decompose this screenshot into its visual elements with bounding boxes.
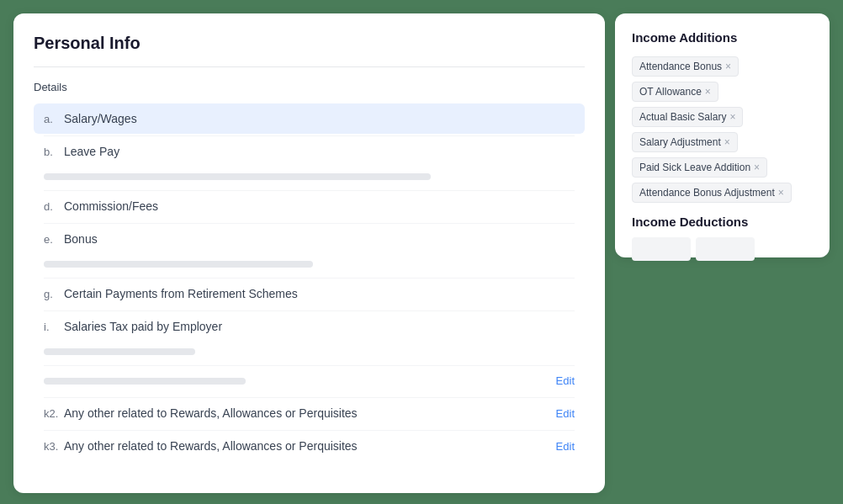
deduction-tags-container <box>632 237 813 261</box>
item-text: Commission/Fees <box>64 199 158 213</box>
list-item-left: k3. Any other related to Rewards, Allowa… <box>44 439 358 453</box>
item-text: Any other related to Rewards, Allowances… <box>64 439 358 453</box>
item-prefix: i. <box>44 321 64 333</box>
tag-ot-allowance: OT Allowance × <box>632 82 718 102</box>
tag-close-icon[interactable]: × <box>754 162 760 172</box>
income-deductions-title: Income Deductions <box>632 215 813 229</box>
skeleton-bar <box>44 378 246 385</box>
tag-close-icon[interactable]: × <box>778 188 784 198</box>
income-panel: Income Additions Attendance Bonus × OT A… <box>615 13 830 257</box>
item-text: Any other related to Rewards, Allowances… <box>64 406 358 420</box>
deduction-placeholder-2 <box>696 237 755 261</box>
edit-link[interactable]: Edit <box>556 374 575 387</box>
tag-salary-adjustment: Salary Adjustment × <box>632 132 738 152</box>
list-item: a. Salary/Wages <box>34 103 585 134</box>
panel-title: Personal Info <box>34 34 585 53</box>
section-label: Details <box>34 81 585 93</box>
tag-close-icon[interactable]: × <box>705 87 711 97</box>
item-prefix: e. <box>44 233 64 246</box>
list-item-row: k2. Any other related to Rewards, Allowa… <box>34 398 585 428</box>
item-text: Salary/Wages <box>64 112 137 125</box>
divider <box>34 66 585 67</box>
list-item: i. Salaries Tax paid by Employer <box>34 311 585 342</box>
tag-label: OT Allowance <box>639 86 702 98</box>
tag-close-icon[interactable]: × <box>725 61 731 72</box>
item-prefix: k3. <box>44 440 64 453</box>
item-prefix: d. <box>44 200 64 213</box>
deduction-placeholder-1 <box>632 237 691 261</box>
item-prefix: k2. <box>44 407 64 420</box>
skeleton-bar <box>44 173 431 180</box>
tag-label: Attendance Bonus Adjustment <box>639 187 775 199</box>
item-text: Certain Payments from Retirement Schemes <box>64 287 298 300</box>
tag-label: Actual Basic Salary <box>639 111 726 123</box>
list-item: e. Bonus <box>34 224 585 254</box>
item-text: Bonus <box>64 232 98 246</box>
list-item-left: k2. Any other related to Rewards, Allowa… <box>44 406 358 420</box>
item-prefix: g. <box>44 288 64 300</box>
personal-info-panel: Personal Info Details a. Salary/Wages b.… <box>13 13 605 493</box>
main-container: Personal Info Details a. Salary/Wages b.… <box>0 0 843 504</box>
list-item-row: Edit <box>34 366 585 395</box>
tag-close-icon[interactable]: × <box>724 137 730 147</box>
edit-link-k2[interactable]: Edit <box>556 407 575 420</box>
list-item: b. Leave Pay <box>34 136 585 167</box>
edit-link-k3[interactable]: Edit <box>556 440 575 453</box>
list-item-row: k3. Any other related to Rewards, Allowa… <box>34 431 585 461</box>
income-tags-container: Attendance Bonus × OT Allowance × Actual… <box>632 56 813 203</box>
tag-attendance-bonus-adj: Attendance Bonus Adjustment × <box>632 183 792 203</box>
tag-paid-sick-leave: Paid Sick Leave Addition × <box>632 157 767 178</box>
item-prefix: a. <box>44 113 64 125</box>
item-text: Salaries Tax paid by Employer <box>64 320 222 333</box>
list-item: d. Commission/Fees <box>34 191 585 221</box>
tag-attendance-bonus: Attendance Bonus × <box>632 56 739 77</box>
tag-label: Paid Sick Leave Addition <box>639 162 750 173</box>
item-prefix: b. <box>44 146 64 158</box>
income-additions-title: Income Additions <box>632 30 813 45</box>
item-text: Leave Pay <box>64 145 119 158</box>
list-item: g. Certain Payments from Retirement Sche… <box>34 279 585 309</box>
skeleton-bar <box>44 261 313 268</box>
tag-actual-basic-salary: Actual Basic Salary × <box>632 107 743 127</box>
tag-label: Attendance Bonus <box>639 61 722 72</box>
tag-label: Salary Adjustment <box>639 136 721 148</box>
tag-close-icon[interactable]: × <box>729 112 735 122</box>
skeleton-bar <box>44 348 195 355</box>
